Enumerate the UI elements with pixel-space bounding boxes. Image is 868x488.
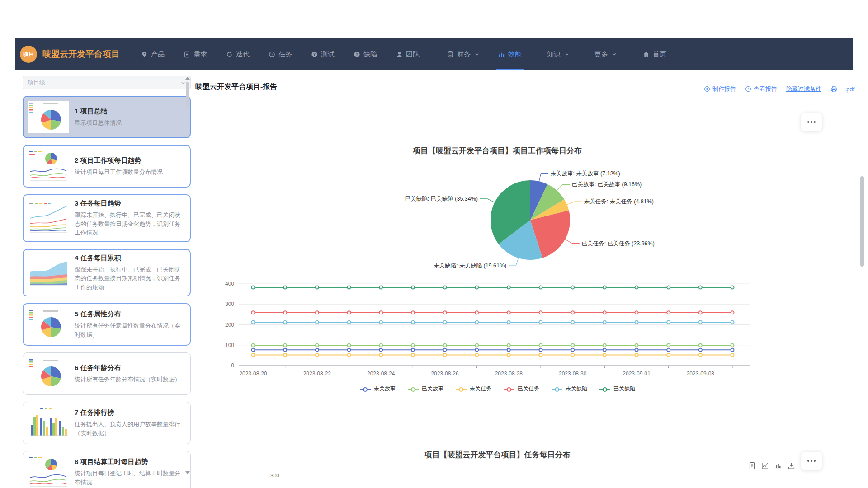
data-point[interactable] xyxy=(283,344,287,347)
data-point[interactable] xyxy=(443,311,447,314)
data-view-icon[interactable] xyxy=(748,462,756,469)
data-point[interactable] xyxy=(475,348,478,352)
legend-item-已关故事[interactable]: 已关故事 xyxy=(407,385,443,393)
data-point[interactable] xyxy=(731,311,734,314)
data-point[interactable] xyxy=(507,311,510,314)
data-point[interactable] xyxy=(603,353,606,357)
data-point[interactable] xyxy=(571,348,574,352)
data-point[interactable] xyxy=(411,353,415,357)
hide-filter-link[interactable]: 隐藏过滤条件 xyxy=(786,85,821,93)
data-point[interactable] xyxy=(635,344,638,347)
data-point[interactable] xyxy=(379,286,382,289)
data-point[interactable] xyxy=(283,353,287,357)
data-point[interactable] xyxy=(699,321,702,324)
data-point[interactable] xyxy=(699,286,702,289)
data-point[interactable] xyxy=(252,311,255,314)
nav-item-more[interactable]: 更多 xyxy=(585,38,626,70)
data-point[interactable] xyxy=(539,348,542,352)
nav-item-home[interactable]: 首页 xyxy=(633,38,676,70)
nav-item-test[interactable]: ? 测试 xyxy=(302,38,344,70)
data-point[interactable] xyxy=(411,311,415,314)
data-point[interactable] xyxy=(539,321,542,324)
data-point[interactable] xyxy=(316,348,319,352)
data-point[interactable] xyxy=(283,348,287,352)
sidebar-scrollbar-thumb[interactable] xyxy=(186,82,189,108)
data-point[interactable] xyxy=(475,321,478,324)
nav-item-defect[interactable]: ? 缺陷 xyxy=(344,38,387,70)
nav-item-task[interactable]: 任务 xyxy=(259,38,302,70)
data-point[interactable] xyxy=(603,311,606,314)
data-point[interactable] xyxy=(316,286,319,289)
data-point[interactable] xyxy=(667,353,670,357)
data-point[interactable] xyxy=(571,353,574,357)
report-card-project-summary[interactable]: 1 项目总结 显示项目总体情况 xyxy=(23,96,191,138)
data-point[interactable] xyxy=(571,311,574,314)
chart1-more-options-button[interactable] xyxy=(801,113,822,131)
nav-item-finance[interactable]: 财务 xyxy=(437,38,489,70)
data-point[interactable] xyxy=(443,344,447,347)
chart2-more-options-button[interactable] xyxy=(801,452,822,470)
data-point[interactable] xyxy=(539,311,542,314)
data-point[interactable] xyxy=(379,344,382,347)
data-point[interactable] xyxy=(699,344,702,347)
data-point[interactable] xyxy=(252,348,255,352)
data-point[interactable] xyxy=(699,311,702,314)
data-point[interactable] xyxy=(603,344,606,347)
nav-item-requirement[interactable]: 需求 xyxy=(174,38,217,70)
print-button[interactable] xyxy=(830,86,837,93)
data-point[interactable] xyxy=(571,321,574,324)
data-point[interactable] xyxy=(667,348,670,352)
data-point[interactable] xyxy=(667,311,670,314)
view-report-link[interactable]: 查看报告 xyxy=(745,85,777,93)
nav-item-iteration[interactable]: 迭代 xyxy=(217,38,259,70)
data-point[interactable] xyxy=(539,353,542,357)
data-point[interactable] xyxy=(667,321,670,324)
data-point[interactable] xyxy=(411,286,415,289)
data-point[interactable] xyxy=(635,321,638,324)
page-scrollbar-thumb[interactable] xyxy=(860,176,864,267)
data-point[interactable] xyxy=(443,353,447,357)
nav-item-product[interactable]: 产品 xyxy=(132,38,174,70)
data-point[interactable] xyxy=(316,344,319,347)
report-card-task-ranking[interactable]: 7 任务排行榜 任务提出人、负责人的用户故事数量排行（实时数据） xyxy=(23,402,191,444)
data-point[interactable] xyxy=(667,286,670,289)
download-icon[interactable] xyxy=(788,462,795,469)
data-point[interactable] xyxy=(603,321,606,324)
sidebar-scroll-up-arrow[interactable] xyxy=(185,77,190,80)
nav-item-efficiency[interactable]: 效能 xyxy=(489,38,531,70)
data-point[interactable] xyxy=(443,286,447,289)
nav-item-knowledge[interactable]: 知识 xyxy=(538,38,579,70)
data-point[interactable] xyxy=(603,348,606,352)
data-point[interactable] xyxy=(731,353,734,357)
line-chart-icon[interactable] xyxy=(761,462,769,469)
data-point[interactable] xyxy=(443,321,447,324)
data-point[interactable] xyxy=(699,348,702,352)
data-point[interactable] xyxy=(379,353,382,357)
data-point[interactable] xyxy=(252,321,255,324)
legend-item-未关任务[interactable]: 未关任务 xyxy=(455,385,491,393)
data-point[interactable] xyxy=(348,348,351,352)
data-point[interactable] xyxy=(731,286,734,289)
data-point[interactable] xyxy=(475,353,478,357)
data-point[interactable] xyxy=(379,321,382,324)
legend-item-已关任务[interactable]: 已关任务 xyxy=(503,385,539,393)
data-point[interactable] xyxy=(539,344,542,347)
data-point[interactable] xyxy=(731,321,734,324)
data-point[interactable] xyxy=(348,344,351,347)
data-point[interactable] xyxy=(411,348,415,352)
data-point[interactable] xyxy=(731,348,734,352)
legend-item-未关故事[interactable]: 未关故事 xyxy=(359,385,396,393)
data-point[interactable] xyxy=(252,286,255,289)
legend-item-已关缺陷[interactable]: 已关缺陷 xyxy=(599,385,635,393)
data-point[interactable] xyxy=(316,353,319,357)
report-card-workitem-trend[interactable]: 2 项目工作项每日趋势 统计项目每日工作项数量分布情况 xyxy=(23,145,191,188)
report-card-task-daily-trend[interactable]: 3 任务每日趋势 跟踪未开始、执行中、已完成、已关闭状态的任务数量按日期变化趋势… xyxy=(23,194,191,242)
report-card-task-attribute[interactable]: 5 任务属性分布 统计所有任务任意属性数量分布情况（实时数据） xyxy=(23,303,191,346)
report-level-select[interactable]: 项目级 xyxy=(23,76,191,89)
data-point[interactable] xyxy=(411,321,415,324)
data-point[interactable] xyxy=(252,344,255,347)
data-point[interactable] xyxy=(348,311,351,314)
sidebar-scroll-down-arrow[interactable] xyxy=(185,471,190,474)
data-point[interactable] xyxy=(571,344,574,347)
data-point[interactable] xyxy=(316,321,319,324)
